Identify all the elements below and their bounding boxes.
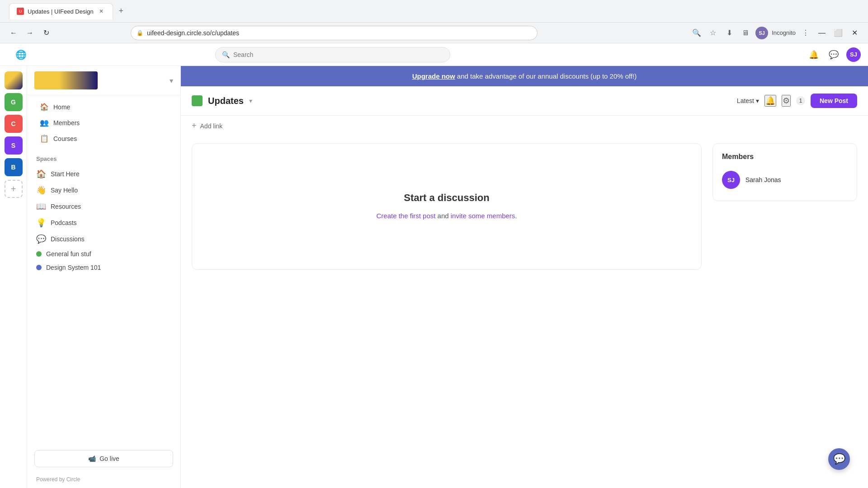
design-system-dot bbox=[36, 265, 42, 270]
discussion-period: . bbox=[515, 212, 517, 220]
forward-button[interactable]: → bbox=[24, 27, 36, 39]
member-item: SJ Sarah Jonas bbox=[722, 168, 848, 192]
badge: 1 bbox=[796, 96, 805, 105]
minimize-button[interactable]: — bbox=[816, 27, 828, 39]
back-button[interactable]: ← bbox=[7, 27, 20, 39]
bookmark-button[interactable]: ☆ bbox=[707, 27, 719, 39]
space-item-say-hello[interactable]: 👋 Say Hello bbox=[27, 182, 180, 198]
more-button[interactable]: ⋮ bbox=[799, 27, 812, 39]
space-item-general-fun[interactable]: General fun stuf bbox=[27, 247, 180, 261]
general-fun-dot bbox=[36, 251, 42, 257]
resources-icon: 📖 bbox=[36, 202, 46, 211]
sidebar-item-courses[interactable]: 📋 Courses bbox=[31, 131, 177, 146]
promo-banner: Upgrade now and take advantage of our an… bbox=[181, 66, 868, 86]
active-tab[interactable]: U Updates | UIFeed Design ✕ bbox=[9, 3, 113, 19]
sidebar-item-members-label: Members bbox=[53, 119, 80, 127]
close-window-button[interactable]: ✕ bbox=[848, 27, 861, 39]
space-item-discussions[interactable]: 💬 Discussions bbox=[27, 231, 180, 247]
powered-by: Powered by Circle bbox=[27, 473, 180, 488]
left-rail: G C S B + bbox=[0, 66, 27, 488]
sidebar-item-home[interactable]: 🏠 Home bbox=[31, 99, 177, 115]
download-button[interactable]: ⬇ bbox=[723, 27, 736, 39]
sidebar-item-home-label: Home bbox=[53, 103, 70, 111]
new-post-button[interactable]: New Post bbox=[811, 94, 857, 108]
tab-title: Updates | UIFeed Design bbox=[28, 8, 94, 15]
say-hello-icon: 👋 bbox=[36, 185, 46, 195]
lens-icon-button[interactable]: 🔍 bbox=[690, 27, 703, 39]
lock-icon: 🔒 bbox=[137, 30, 143, 36]
discussions-icon: 💬 bbox=[36, 234, 46, 244]
space-item-say-hello-label: Say Hello bbox=[51, 187, 78, 194]
space-item-general-fun-label: General fun stuf bbox=[46, 250, 91, 258]
discussion-text: Create the first post and invite some me… bbox=[377, 211, 517, 221]
add-link-bar[interactable]: + Add link bbox=[181, 116, 868, 136]
sidebar-chevron-icon[interactable]: ▾ bbox=[170, 76, 173, 85]
invite-members-link[interactable]: invite some members bbox=[451, 212, 515, 220]
channel-actions: Latest ▾ 🔔 ⚙ 1 New Post bbox=[737, 94, 857, 108]
space-item-design-system[interactable]: Design System 101 bbox=[27, 261, 180, 274]
chat-fab-icon: 💬 bbox=[833, 453, 845, 465]
notifications-button[interactable]: 🔔 bbox=[807, 47, 821, 62]
discussion-title: Start a discussion bbox=[404, 192, 490, 204]
tab-favicon: U bbox=[17, 8, 24, 15]
top-bar: 🌐 🔍 🔔 💬 SJ bbox=[0, 43, 868, 66]
channel-title: Updates bbox=[208, 96, 244, 106]
address-bar[interactable]: 🔒 uifeed-design.circle.so/c/updates bbox=[131, 26, 538, 40]
rail-item-b[interactable]: B bbox=[5, 158, 23, 176]
search-bar[interactable]: 🔍 bbox=[215, 47, 450, 62]
discussion-connector: and bbox=[435, 212, 450, 220]
sort-label: Latest bbox=[737, 97, 754, 104]
app: 🌐 🔍 🔔 💬 SJ G C S B + bbox=[0, 43, 868, 488]
device-button[interactable]: 🖥 bbox=[739, 27, 752, 39]
add-link-plus-icon: + bbox=[192, 121, 197, 131]
rail-item-g[interactable]: G bbox=[5, 93, 23, 111]
top-bar-left: 🌐 bbox=[7, 49, 34, 60]
reload-button[interactable]: ↻ bbox=[40, 27, 52, 39]
browser-profile-avatar[interactable]: SJ bbox=[755, 27, 768, 39]
rail-item-business[interactable] bbox=[5, 71, 23, 89]
tab-close-button[interactable]: ✕ bbox=[97, 7, 105, 15]
add-community-button[interactable]: + bbox=[5, 180, 23, 198]
user-avatar[interactable]: SJ bbox=[846, 47, 861, 62]
channel-chevron-icon[interactable]: ▾ bbox=[249, 97, 252, 104]
rail-item-s[interactable]: S bbox=[5, 136, 23, 155]
sidebar-logo bbox=[34, 71, 166, 89]
rail-item-c[interactable]: C bbox=[5, 115, 23, 133]
browser-chrome: U Updates | UIFeed Design ✕ + bbox=[0, 0, 868, 23]
top-bar-right-actions: 🔔 💬 SJ bbox=[807, 47, 861, 62]
maximize-button[interactable]: ⬜ bbox=[832, 27, 844, 39]
globe-icon[interactable]: 🌐 bbox=[15, 49, 27, 60]
add-link-label: Add link bbox=[200, 122, 223, 130]
sort-button[interactable]: Latest ▾ bbox=[737, 97, 759, 104]
space-item-podcasts-label: Podcasts bbox=[51, 219, 77, 226]
discussion-card: Start a discussion Create the first post… bbox=[192, 143, 702, 270]
upgrade-link[interactable]: Upgrade now bbox=[412, 72, 455, 80]
space-item-resources[interactable]: 📖 Resources bbox=[27, 198, 180, 215]
incognito-label: Incognito bbox=[772, 29, 796, 36]
space-item-podcasts[interactable]: 💡 Podcasts bbox=[27, 215, 180, 231]
settings-button[interactable]: ⚙ bbox=[782, 95, 791, 107]
space-item-discussions-label: Discussions bbox=[51, 235, 85, 243]
members-icon: 👥 bbox=[40, 118, 49, 127]
go-live-label: Go live bbox=[99, 455, 119, 462]
main-content: Upgrade now and take advantage of our an… bbox=[181, 66, 868, 488]
chat-fab-button[interactable]: 💬 bbox=[828, 448, 850, 470]
go-live-icon: 📹 bbox=[88, 455, 96, 462]
podcasts-icon: 💡 bbox=[36, 218, 46, 228]
messages-button[interactable]: 💬 bbox=[826, 47, 841, 62]
space-item-start-here-label: Start Here bbox=[51, 170, 80, 178]
notifications-channel-button[interactable]: 🔔 bbox=[764, 95, 776, 107]
content-area: G C S B + ▾ 🏠 Home 👥 Members bbox=[0, 66, 868, 488]
right-column: Members SJ Sarah Jonas bbox=[712, 143, 857, 481]
new-tab-button[interactable]: + bbox=[115, 5, 127, 18]
sidebar-item-members[interactable]: 👥 Members bbox=[31, 115, 177, 131]
go-live-button[interactable]: 📹 Go live bbox=[34, 450, 173, 467]
space-item-start-here[interactable]: 🏠 Start Here bbox=[27, 166, 180, 182]
search-input[interactable] bbox=[233, 51, 443, 58]
member-avatar: SJ bbox=[722, 171, 740, 189]
address-bar-row: ← → ↻ 🔒 uifeed-design.circle.so/c/update… bbox=[0, 23, 868, 43]
start-here-icon: 🏠 bbox=[36, 169, 46, 179]
promo-text: and take advantage of our annual discoun… bbox=[455, 72, 637, 80]
sidebar-nav: 🏠 Home 👥 Members 📋 Courses bbox=[27, 95, 180, 150]
create-post-link[interactable]: Create the first post bbox=[377, 212, 436, 220]
